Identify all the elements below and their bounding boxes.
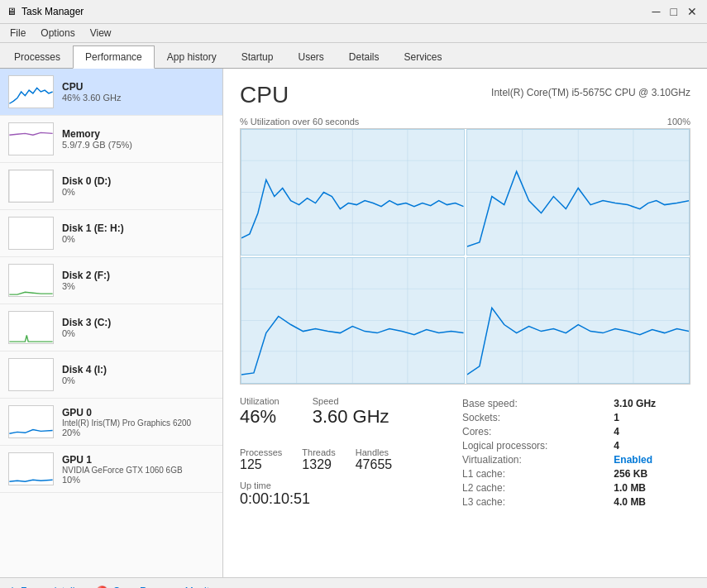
svg-rect-6 <box>9 312 52 343</box>
gpu1-info: GPU 1 NVIDIA GeForce GTX 1060 6GB 10% <box>62 454 214 485</box>
sidebar-item-disk3[interactable]: Disk 3 (C:) 0% <box>0 304 222 351</box>
chart-label: % Utilization over 60 seconds <box>240 117 359 127</box>
sidebar-item-disk0[interactable]: Disk 0 (D:) 0% <box>0 163 222 210</box>
menu-bar: File Options View <box>0 24 707 43</box>
gpu1-mini-graph <box>8 452 54 485</box>
utilization-value: 46% <box>240 406 279 428</box>
tab-performance[interactable]: Performance <box>73 45 155 69</box>
disk0-value: 0% <box>62 187 214 197</box>
virtualization-value: Enabled <box>610 452 690 466</box>
threads-value: 1329 <box>302 457 335 472</box>
stats-right: Base speed: 3.10 GHz Sockets: 1 Cores: 4… <box>459 396 690 509</box>
virtualization-label: Virtualization: <box>459 452 610 466</box>
sidebar-item-disk2[interactable]: Disk 2 (F:) 3% <box>0 257 222 304</box>
tab-startup[interactable]: Startup <box>229 45 286 68</box>
cpu-mini-graph <box>8 75 54 108</box>
info-table: Base speed: 3.10 GHz Sockets: 1 Cores: 4… <box>459 396 690 509</box>
sidebar-item-disk1[interactable]: Disk 1 (E: H:) 0% <box>0 210 222 257</box>
stats-section: Utilization 46% Speed 3.60 GHz Processes… <box>240 396 690 509</box>
l2-cache-label: L2 cache: <box>459 480 610 495</box>
memory-mini-graph <box>8 122 54 155</box>
menu-options[interactable]: Options <box>34 26 81 41</box>
minimize-button[interactable]: ─ <box>649 5 664 18</box>
disk4-info: Disk 4 (I:) 0% <box>62 364 214 385</box>
open-resource-monitor-label[interactable]: Open Resource Monitor <box>112 586 217 589</box>
resource-monitor-icon: 🔴 <box>96 586 108 589</box>
gpu1-value: 10% <box>62 475 214 485</box>
gpu0-label: GPU 0 <box>62 407 214 418</box>
stats-left: Utilization 46% Speed 3.60 GHz Processes… <box>240 396 459 509</box>
gpu0-mini-graph <box>8 405 54 438</box>
close-button[interactable]: ✕ <box>684 5 700 18</box>
sockets-label: Sockets: <box>459 410 610 424</box>
svg-rect-5 <box>9 265 52 296</box>
title-bar: 🖥 Task Manager ─ □ ✕ <box>0 0 707 24</box>
disk4-value: 0% <box>62 375 214 385</box>
handles-label: Handles <box>356 447 393 457</box>
l2-cache-value: 1.0 MB <box>610 480 690 495</box>
memory-label: Memory <box>62 128 214 140</box>
tab-processes[interactable]: Processes <box>2 45 73 68</box>
disk2-value: 3% <box>62 281 214 291</box>
cpu-chart-topright <box>466 129 690 256</box>
tab-users[interactable]: Users <box>285 45 336 68</box>
detail-subtitle: Intel(R) Core(TM) i5-5675C CPU @ 3.10GHz <box>491 87 690 98</box>
menu-file[interactable]: File <box>3 26 32 41</box>
sidebar-item-gpu0[interactable]: GPU 0 Intel(R) Iris(TM) Pro Graphics 620… <box>0 399 222 446</box>
base-speed-value: 3.10 GHz <box>610 396 690 410</box>
sidebar-item-gpu1[interactable]: GPU 1 NVIDIA GeForce GTX 1060 6GB 10% <box>0 446 222 493</box>
gpu0-value: 20% <box>62 428 214 437</box>
disk3-info: Disk 3 (C:) 0% <box>62 317 214 338</box>
disk2-info: Disk 2 (F:) 3% <box>62 270 214 291</box>
disk3-label: Disk 3 (C:) <box>62 317 214 328</box>
fewer-details-label[interactable]: Fewer details <box>21 586 79 589</box>
disk1-value: 0% <box>62 234 214 244</box>
l3-cache-label: L3 cache: <box>459 495 610 509</box>
tab-services[interactable]: Services <box>392 45 455 68</box>
cpu-label: CPU <box>62 81 214 93</box>
open-resource-monitor-button[interactable]: 🔴 Open Resource Monitor <box>96 586 217 589</box>
disk2-label: Disk 2 (F:) <box>62 270 214 281</box>
svg-rect-4 <box>9 218 52 249</box>
sidebar-item-cpu[interactable]: CPU 46% 3.60 GHz <box>0 69 222 116</box>
uptime-value: 0:00:10:51 <box>240 490 459 508</box>
sidebar-item-memory[interactable]: Memory 5.9/7.9 GB (75%) <box>0 116 222 163</box>
stat-threads: Threads 1329 <box>302 447 335 472</box>
cpu-charts <box>240 128 690 385</box>
gpu1-subname: NVIDIA GeForce GTX 1060 6GB <box>62 466 214 475</box>
cpu-chart-bottomright <box>466 257 690 384</box>
title-bar-controls[interactable]: ─ □ ✕ <box>649 5 700 18</box>
memory-info: Memory 5.9/7.9 GB (75%) <box>62 128 214 150</box>
base-speed-label: Base speed: <box>459 396 610 410</box>
memory-value: 5.9/7.9 GB (75%) <box>62 140 214 150</box>
utilization-label: Utilization <box>240 396 279 406</box>
disk3-value: 0% <box>62 328 214 338</box>
cores-value: 4 <box>610 424 690 438</box>
svg-rect-2 <box>9 170 52 202</box>
handles-value: 47655 <box>356 457 393 472</box>
disk2-mini-graph <box>8 264 54 297</box>
l1-cache-value: 256 KB <box>610 466 690 480</box>
tab-details[interactable]: Details <box>337 45 392 68</box>
sidebar-item-disk4[interactable]: Disk 4 (I:) 0% <box>0 351 222 399</box>
chart-label-row: % Utilization over 60 seconds 100% <box>240 117 690 127</box>
disk4-label: Disk 4 (I:) <box>62 364 214 375</box>
tab-bar: Processes Performance App history Startu… <box>0 43 707 69</box>
menu-view[interactable]: View <box>84 26 118 41</box>
fewer-details-button[interactable]: ⬆ Fewer details <box>8 586 79 589</box>
disk0-mini-graph <box>8 170 54 203</box>
cpu-value: 46% 3.60 GHz <box>62 93 214 103</box>
maximize-button[interactable]: □ <box>667 5 681 18</box>
stat-uptime: Up time 0:00:10:51 <box>240 480 459 508</box>
disk4-mini-graph <box>8 358 54 391</box>
uptime-label: Up time <box>240 480 459 490</box>
stat-utilization: Utilization 46% <box>240 396 279 428</box>
cpu-info: CPU 46% 3.60 GHz <box>62 81 214 103</box>
disk0-info: Disk 0 (D:) 0% <box>62 175 214 197</box>
bottom-bar: ⬆ Fewer details 🔴 Open Resource Monitor <box>0 577 707 588</box>
l1-cache-label: L1 cache: <box>459 466 610 480</box>
l3-cache-value: 4.0 MB <box>610 495 690 509</box>
tab-app-history[interactable]: App history <box>155 45 229 68</box>
processes-label: Processes <box>240 447 282 457</box>
gpu1-label: GPU 1 <box>62 454 214 466</box>
